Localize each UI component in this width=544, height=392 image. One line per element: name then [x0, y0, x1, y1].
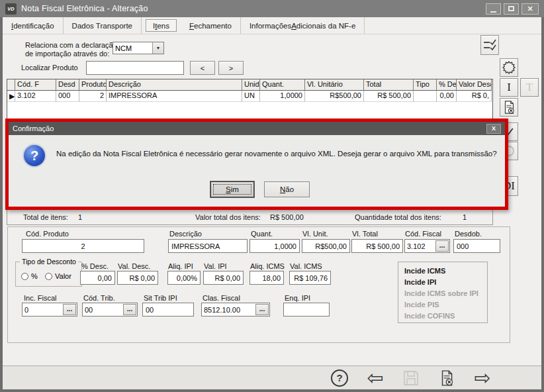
- tab-informacoes-adicionais[interactable]: Informações Adicionais da NF-e: [241, 17, 365, 34]
- cod-fiscal-input[interactable]: [405, 240, 435, 252]
- grid-header-valor-desc[interactable]: Valor Desc: [457, 79, 492, 91]
- clas-fiscal-browse-button[interactable]: ...: [255, 304, 269, 315]
- grid-header-row: Cód. F Desd Produto Descrição Unid Quant…: [7, 79, 492, 91]
- cod-trib-field: ...: [82, 303, 138, 317]
- sit-trib-ipi-label: Sit Trib IPI: [144, 294, 177, 302]
- cell-valor-desc: R$ 0,: [457, 91, 492, 102]
- help-button[interactable]: ?: [328, 367, 351, 389]
- val-ipi-label: Val. IPI: [204, 262, 227, 270]
- import-relation-combobox[interactable]: NCM ▼: [113, 42, 164, 54]
- aliq-ipi-input[interactable]: [167, 271, 201, 285]
- cancel-document-button[interactable]: [500, 98, 518, 117]
- radio-icon: [21, 273, 28, 280]
- window-frame-right: [541, 17, 544, 392]
- cod-fiscal-field: ...: [404, 239, 450, 253]
- enq-ipi-input[interactable]: [283, 303, 330, 317]
- val-desc-input[interactable]: [117, 271, 158, 285]
- cell-descricao: IMPRESSORA: [107, 91, 242, 102]
- save-button-disabled: [400, 367, 422, 389]
- italic-icon: I: [507, 81, 511, 94]
- incide-icms-sobre-ipi-flag: Incide ICMS sobre IPI: [404, 288, 487, 299]
- tipo-desconto-groupbox: Tipo de Desconto % Valor: [15, 262, 82, 287]
- perc-desc-label: % Desc.: [81, 262, 109, 270]
- cod-produto-label: Cód. Produto: [26, 230, 69, 238]
- inc-fiscal-input[interactable]: [23, 303, 62, 316]
- next-record-button[interactable]: ⇨: [471, 367, 494, 389]
- next-item-button[interactable]: >: [218, 61, 244, 75]
- quant-input[interactable]: [249, 239, 300, 253]
- no-button[interactable]: Não: [264, 181, 310, 197]
- desdob-label: Desdob.: [455, 230, 482, 238]
- bottom-toolbar: ? ⇦: [3, 366, 541, 389]
- italic-button[interactable]: I: [500, 78, 518, 97]
- text-icon: T: [526, 81, 533, 94]
- aliq-icms-input[interactable]: [249, 271, 284, 285]
- grid-header-vl-unitario[interactable]: Vl. Unitário: [305, 79, 364, 91]
- cod-fiscal-browse-button[interactable]: ...: [435, 240, 449, 252]
- chevron-down-icon[interactable]: ▼: [152, 42, 163, 54]
- radio-percent[interactable]: %: [21, 272, 38, 280]
- seal-button[interactable]: [500, 58, 518, 77]
- vl-unit-input[interactable]: [302, 239, 350, 253]
- tipo-desconto-legend: Tipo de Desconto: [20, 258, 78, 266]
- titlebar[interactable]: VD Nota Fiscal Eletrônica - Alteração ✕: [0, 0, 544, 17]
- cod-produto-input[interactable]: [22, 239, 144, 253]
- val-icms-input[interactable]: [289, 271, 331, 285]
- grid-header-desd[interactable]: Desd: [56, 79, 79, 91]
- check-items-button[interactable]: [480, 35, 499, 55]
- clas-fiscal-input[interactable]: [202, 303, 255, 316]
- dialog-close-button[interactable]: X: [486, 124, 501, 134]
- previous-record-button[interactable]: ⇦: [364, 367, 386, 389]
- tab-itens[interactable]: Itens: [146, 19, 177, 32]
- close-button[interactable]: ✕: [521, 3, 539, 15]
- cell-quant: 1,0000: [260, 91, 305, 102]
- yes-button[interactable]: Sim: [210, 181, 254, 197]
- grid-header-total[interactable]: Total: [364, 79, 414, 91]
- incide-ipi-flag: Incide IPI: [404, 277, 487, 288]
- grid-header-descricao[interactable]: Descrição: [107, 79, 242, 91]
- incide-cofins-flag: Incide COFINS: [404, 311, 487, 322]
- aliq-ipi-label: Aliq. IPI: [168, 262, 193, 270]
- cancel-invoice-button[interactable]: [435, 367, 458, 389]
- cod-trib-browse-button[interactable]: ...: [123, 304, 136, 315]
- window-title: Nota Fiscal Eletrônica - Alteração: [21, 4, 148, 13]
- cod-trib-input[interactable]: [83, 303, 122, 316]
- minimize-button[interactable]: [486, 3, 501, 15]
- vl-unit-label: Vl. Unit.: [302, 230, 328, 238]
- cod-trib-label: Cód. Trib.: [83, 294, 115, 302]
- grid-header-produto[interactable]: Produto: [79, 79, 107, 91]
- radio-valor[interactable]: Valor: [45, 272, 71, 280]
- window-frame-bottom: [0, 389, 544, 392]
- minimize-icon: [490, 11, 496, 13]
- grid-header-tipo[interactable]: Tipo: [414, 79, 437, 91]
- total-value-label: Valor total dos itens:: [195, 213, 261, 221]
- inc-fiscal-browse-button[interactable]: ...: [63, 304, 76, 315]
- total-qty-value: 1: [463, 213, 467, 221]
- desdob-input[interactable]: [453, 239, 500, 253]
- maximize-button[interactable]: [504, 3, 519, 15]
- val-ipi-input[interactable]: [203, 271, 244, 285]
- tab-fechamento[interactable]: Fechamento: [181, 17, 241, 34]
- val-desc-label: Val. Desc.: [118, 262, 150, 270]
- document-x-icon: [438, 369, 455, 387]
- dialog-titlebar[interactable]: Confirmação X: [9, 122, 505, 135]
- cell-vl-unitario: R$500,00: [305, 91, 364, 102]
- descricao-input[interactable]: [168, 239, 248, 253]
- vl-total-label: Vl. Total: [352, 230, 378, 238]
- window-frame-left: [0, 17, 3, 392]
- previous-item-button[interactable]: <: [190, 61, 215, 75]
- table-row[interactable]: ▶ 3.102 000 2 IMPRESSORA UN 1,0000 R$500…: [7, 91, 492, 102]
- locate-product-input[interactable]: [86, 61, 184, 75]
- grid-header-unid[interactable]: Unid: [242, 79, 260, 91]
- grid-header-quant[interactable]: Quant.: [260, 79, 305, 91]
- tab-dados-transporte[interactable]: Dados Transporte: [64, 17, 142, 34]
- perc-desc-input[interactable]: [80, 271, 115, 285]
- tab-identificacao[interactable]: Identificação: [3, 17, 64, 34]
- grid-header-perc-desc[interactable]: % De: [437, 79, 457, 91]
- incide-icms-flag: Incide ICMS: [404, 266, 487, 277]
- grid-header-cod-fiscal[interactable]: Cód. F: [15, 79, 56, 91]
- vl-total-input[interactable]: [351, 239, 403, 253]
- list-check-icon: [482, 38, 497, 52]
- sit-trib-ipi-input[interactable]: [142, 303, 194, 317]
- import-declaration-label-line1: Relaciona com a declaração: [25, 41, 117, 49]
